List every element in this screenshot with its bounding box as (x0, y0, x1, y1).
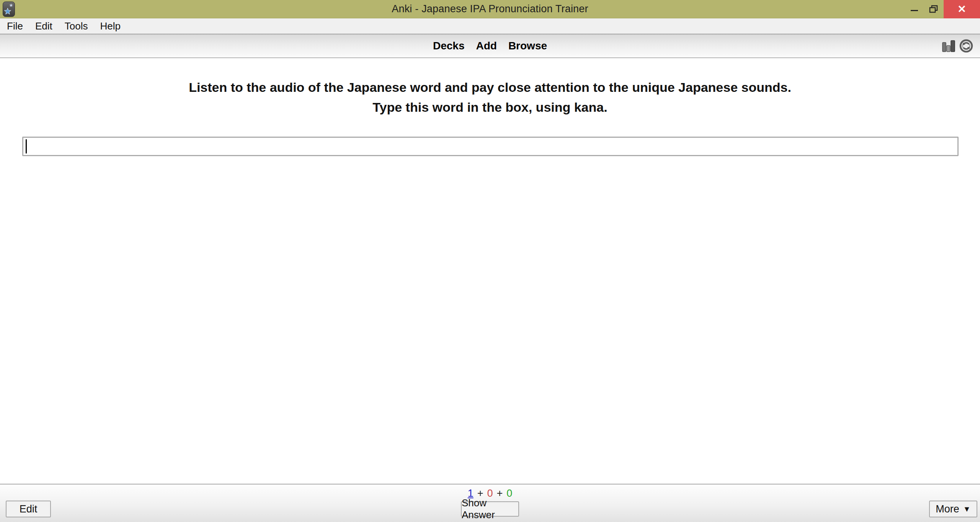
stats-icon[interactable] (941, 39, 956, 53)
card-question: Listen to the audio of the Japanese word… (0, 58, 980, 117)
toolbar-link-decks[interactable]: Decks (433, 40, 465, 52)
menu-item-file[interactable]: File (1, 19, 29, 34)
anki-app-icon (3, 2, 15, 17)
window-title: Anki - Japanese IPA Pronunciation Traine… (392, 3, 588, 15)
show-answer-label: Show Answer (462, 497, 518, 521)
menu-item-tools[interactable]: Tools (59, 19, 94, 34)
anki-window: Anki - Japanese IPA Pronunciation Traine… (0, 0, 980, 522)
edit-button[interactable]: Edit (6, 501, 51, 517)
menu-item-edit[interactable]: Edit (29, 19, 59, 34)
restore-button[interactable] (924, 0, 944, 18)
instruction-line-1: Listen to the audio of the Japanese word… (0, 77, 980, 97)
bottom-bar: 1+0+0 Edit Show Answer More ▼ (0, 484, 980, 522)
more-button[interactable]: More ▼ (929, 501, 977, 517)
text-caret (26, 139, 27, 153)
sync-icon[interactable] (959, 39, 973, 53)
main-toolbar: Decks Add Browse (0, 34, 980, 58)
menu-item-help[interactable]: Help (94, 19, 126, 34)
restore-icon (929, 5, 938, 13)
type-answer-input[interactable] (22, 137, 959, 156)
instruction-line-2: Type this word in the box, using kana. (0, 97, 980, 117)
minimize-icon (911, 10, 918, 11)
answer-input-wrap (22, 137, 959, 156)
more-button-label: More (936, 503, 959, 515)
chevron-down-icon: ▼ (963, 505, 971, 514)
edit-button-label: Edit (20, 503, 38, 515)
minimize-button[interactable] (905, 0, 924, 18)
toolbar-link-browse[interactable]: Browse (508, 40, 547, 52)
close-button[interactable]: ✕ (944, 0, 980, 18)
show-answer-button[interactable]: Show Answer (461, 501, 519, 517)
menu-bar: File Edit Tools Help (0, 18, 980, 34)
close-icon: ✕ (957, 3, 966, 15)
card-area: Listen to the audio of the Japanese word… (0, 58, 980, 484)
window-controls: ✕ (905, 0, 980, 18)
toolbar-icon-group (941, 34, 973, 57)
titlebar[interactable]: Anki - Japanese IPA Pronunciation Traine… (0, 0, 980, 18)
toolbar-link-add[interactable]: Add (476, 40, 497, 52)
